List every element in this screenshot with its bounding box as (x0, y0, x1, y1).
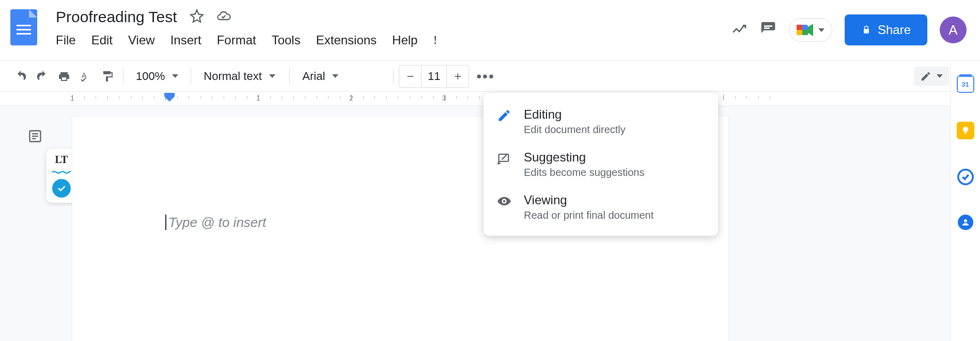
menu-view[interactable]: View (128, 33, 155, 47)
header-actions: Share A (731, 5, 970, 45)
increase-font-button[interactable]: + (447, 66, 469, 87)
account-avatar[interactable]: A (940, 17, 967, 43)
wave-icon (52, 171, 71, 174)
meet-icon (797, 23, 814, 37)
mode-viewing-option[interactable]: Viewing Read or print final document (484, 186, 718, 229)
chevron-down-icon (818, 28, 825, 32)
share-label: Share (878, 23, 911, 37)
chevron-down-icon (172, 74, 178, 78)
languagetool-icon: LT (55, 154, 68, 166)
redo-button[interactable] (32, 66, 53, 87)
analytics-icon[interactable] (731, 21, 748, 39)
mode-suggesting-option[interactable]: Suggesting Edits become suggestions (484, 143, 718, 186)
font-select[interactable]: Arial (295, 70, 388, 83)
indent-marker[interactable] (164, 93, 175, 102)
editing-mode-menu: Editing Edit document directly Suggestin… (484, 93, 718, 236)
svg-rect-4 (864, 29, 869, 33)
activity-indicator[interactable]: ! (433, 33, 437, 47)
font-size-control: − 11 + (399, 65, 469, 88)
mode-editing-title: Editing (524, 107, 626, 122)
text-cursor (165, 215, 166, 230)
eye-icon (497, 193, 512, 221)
chevron-down-icon (937, 74, 943, 78)
svg-rect-3 (802, 30, 808, 35)
check-icon (52, 179, 71, 198)
mode-suggesting-title: Suggesting (524, 150, 644, 165)
zoom-select[interactable]: 100% (129, 70, 185, 83)
mode-viewing-title: Viewing (524, 193, 654, 207)
pencil-icon (497, 107, 512, 136)
undo-button[interactable] (10, 66, 31, 87)
decrease-font-button[interactable]: − (399, 66, 421, 87)
menu-edit[interactable]: Edit (91, 33, 113, 47)
editing-mode-button[interactable] (914, 67, 949, 86)
menu-extensions[interactable]: Extensions (316, 33, 377, 47)
pencil-icon (920, 71, 931, 82)
keep-icon[interactable] (957, 122, 974, 139)
meet-button[interactable] (789, 18, 832, 42)
spellcheck-button[interactable]: A (75, 66, 96, 87)
toolbar: A 100% Normal text Arial − 11 + ••• (0, 61, 980, 92)
chevron-down-icon (332, 74, 338, 78)
svg-rect-1 (797, 25, 802, 30)
paint-format-button[interactable] (97, 66, 118, 87)
menu-insert[interactable]: Insert (170, 33, 201, 47)
mode-editing-option[interactable]: Editing Edit document directly (484, 100, 718, 143)
font-size-input[interactable]: 11 (421, 66, 447, 87)
more-tools-button[interactable]: ••• (470, 68, 501, 85)
outline-toggle-button[interactable] (26, 127, 44, 145)
style-value: Normal text (204, 70, 261, 83)
mode-viewing-subtitle: Read or print final document (524, 209, 654, 221)
menu-format[interactable]: Format (217, 33, 256, 47)
menu-file[interactable]: File (56, 33, 76, 47)
paragraph-style-select[interactable]: Normal text (196, 70, 284, 83)
share-button[interactable]: Share (845, 14, 927, 45)
title-area: Proofreading Test File Edit View Insert … (56, 5, 731, 47)
svg-point-12 (964, 219, 967, 222)
svg-rect-2 (797, 30, 802, 35)
chevron-down-icon (269, 74, 275, 78)
insert-placeholder: Type @ to insert (168, 215, 266, 231)
print-button[interactable] (54, 66, 74, 87)
suggest-icon (497, 150, 512, 178)
document-title[interactable]: Proofreading Test (56, 8, 177, 26)
app-header: Proofreading Test File Edit View Insert … (0, 0, 980, 61)
horizontal-ruler[interactable]: 1 1 2 3 (0, 92, 949, 106)
menu-tools[interactable]: Tools (272, 33, 301, 47)
calendar-icon[interactable]: 31 (957, 75, 974, 93)
comments-icon[interactable] (760, 21, 776, 39)
mode-editing-subtitle: Edit document directly (524, 124, 626, 136)
zoom-value: 100% (136, 70, 165, 83)
tasks-icon[interactable] (957, 168, 974, 186)
mode-suggesting-subtitle: Edits become suggestions (524, 167, 644, 178)
menu-bar: File Edit View Insert Format Tools Exten… (56, 33, 731, 47)
star-icon[interactable] (190, 9, 204, 25)
side-panel: 31 (950, 61, 980, 341)
contacts-icon[interactable] (958, 215, 973, 230)
cloud-saved-icon[interactable] (216, 9, 231, 25)
menu-help[interactable]: Help (392, 33, 417, 47)
font-value: Arial (302, 70, 325, 83)
docs-logo-icon[interactable] (10, 9, 37, 45)
